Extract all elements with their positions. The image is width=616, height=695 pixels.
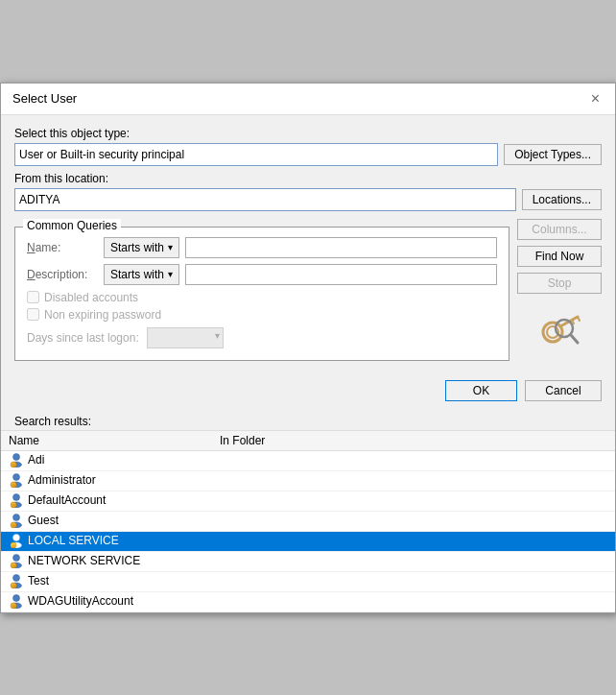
title-bar: Select User × [1, 84, 615, 115]
ok-button[interactable]: OK [445, 380, 517, 401]
result-folder [212, 491, 327, 511]
user-icon: ⚙ [9, 452, 24, 467]
result-folder [212, 450, 327, 470]
disabled-accounts-row: Disabled accounts [27, 291, 497, 304]
user-icon: ⚙ [9, 533, 24, 548]
columns-button[interactable]: Columns... [517, 219, 602, 240]
result-folder [212, 511, 327, 531]
object-type-input[interactable] [14, 143, 498, 166]
stop-button[interactable]: Stop [517, 273, 602, 294]
svg-point-7 [13, 453, 20, 460]
select-user-dialog: Select User × Select this object type: O… [0, 83, 616, 613]
close-button[interactable]: × [587, 91, 604, 107]
dialog-body: Select this object type: Object Types...… [1, 115, 615, 371]
non-expiring-password-label: Non expiring password [44, 308, 161, 322]
result-name: ⚙ LOCAL SERVICE [1, 531, 212, 551]
result-name: ⚙ NETWORK SERVICE [1, 551, 212, 571]
result-name: ⚙ Guest [1, 511, 212, 531]
cancel-button[interactable]: Cancel [525, 380, 602, 401]
dialog-footer: OK Cancel [1, 371, 615, 411]
location-label: From this location: [14, 172, 602, 185]
results-header-row: Name In Folder [1, 430, 615, 450]
non-expiring-password-checkbox[interactable] [27, 308, 39, 321]
find-now-button[interactable]: Find Now [517, 246, 602, 267]
search-key-icon [535, 309, 583, 349]
result-folder [212, 571, 327, 591]
user-icon: ⚙ [9, 593, 24, 609]
svg-point-19 [13, 514, 20, 520]
days-logon-label: Days since last logon: [27, 331, 139, 345]
user-icon: ⚙ [9, 472, 24, 488]
location-row: From this location: Locations... [14, 172, 602, 211]
search-results-label: Search results: [1, 411, 615, 430]
user-icon: ⚙ [9, 513, 24, 528]
name-starts-with-dropdown[interactable]: Starts with [104, 237, 179, 258]
main-content: Common Queries Name: Starts with Descrip… [14, 219, 602, 361]
object-type-label: Select this object type: [14, 127, 602, 140]
svg-point-15 [13, 493, 20, 500]
table-row[interactable]: ⚙ Test [1, 571, 615, 591]
result-folder [212, 551, 327, 571]
result-folder [212, 470, 327, 491]
table-row[interactable]: ⚙ NETWORK SERVICE [1, 551, 615, 571]
table-row[interactable]: ⚙ Guest [1, 511, 615, 531]
svg-point-23 [13, 534, 20, 540]
user-icon: ⚙ [9, 553, 24, 568]
right-buttons: Columns... Find Now Stop [517, 219, 602, 361]
non-expiring-row: Non expiring password [27, 308, 497, 322]
svg-point-27 [13, 554, 20, 561]
column-header-folder: In Folder [212, 430, 327, 450]
days-logon-dropdown[interactable] [147, 327, 224, 348]
table-row[interactable]: ⚙ Administrator [1, 470, 615, 491]
days-logon-row: Days since last logon: ▾ [27, 327, 497, 348]
disabled-accounts-label: Disabled accounts [44, 291, 138, 304]
description-starts-with-dropdown[interactable]: Starts with [104, 264, 179, 285]
common-queries-legend: Common Queries [23, 219, 121, 232]
description-query-input[interactable] [185, 264, 497, 285]
result-name: ⚙ Administrator [1, 470, 212, 491]
description-label: Description: [27, 268, 104, 281]
svg-line-3 [578, 317, 580, 321]
location-input[interactable] [14, 188, 516, 211]
table-row[interactable]: ⚙ LOCAL SERVICE [1, 531, 615, 551]
disabled-accounts-checkbox[interactable] [27, 291, 39, 303]
object-type-row: Select this object type: Object Types... [14, 127, 602, 166]
results-table: Name In Folder ⚙ Adi ⚙ Administrator ⚙ D… [1, 430, 615, 612]
column-header-name: Name [1, 430, 212, 450]
description-query-row: Description: Starts with [27, 264, 497, 285]
queries-section: Common Queries Name: Starts with Descrip… [14, 219, 509, 361]
result-name: ⚙ Test [1, 571, 212, 591]
dialog-title: Select User [12, 91, 77, 106]
svg-point-35 [13, 594, 20, 601]
search-icon-area [517, 309, 602, 349]
svg-point-31 [13, 574, 20, 581]
result-name: ⚙ Adi [1, 450, 212, 470]
table-row[interactable]: ⚙ DefaultAccount [1, 491, 615, 511]
user-icon: ⚙ [9, 573, 24, 588]
result-folder [212, 531, 327, 551]
table-row[interactable]: ⚙ Adi [1, 450, 615, 470]
name-query-row: Name: Starts with [27, 237, 497, 258]
name-label: Name: [27, 241, 104, 254]
svg-line-6 [571, 335, 578, 343]
svg-point-11 [13, 473, 20, 480]
result-name: ⚙ DefaultAccount [1, 491, 212, 511]
object-types-button[interactable]: Object Types... [504, 144, 602, 165]
result-name: ⚙ WDAGUtilityAccount [1, 591, 212, 611]
table-row[interactable]: ⚙ WDAGUtilityAccount [1, 591, 615, 611]
name-query-input[interactable] [185, 237, 497, 258]
locations-button[interactable]: Locations... [522, 189, 602, 210]
result-folder [212, 591, 327, 611]
common-queries-box: Common Queries Name: Starts with Descrip… [14, 227, 509, 361]
user-icon: ⚙ [9, 492, 24, 508]
